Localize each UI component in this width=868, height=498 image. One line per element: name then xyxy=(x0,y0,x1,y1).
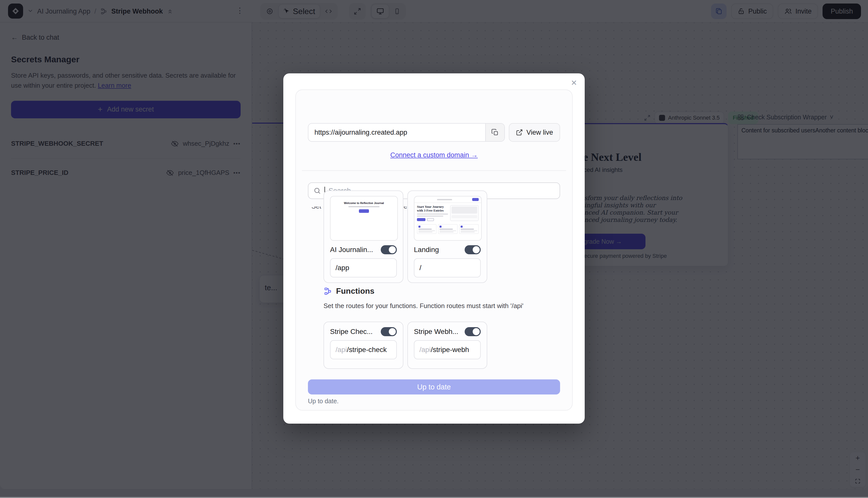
copy-icon xyxy=(491,129,499,136)
page-toggle[interactable] xyxy=(381,245,397,254)
functions-title: Functions xyxy=(336,286,374,296)
app-root: AI Journaling App / Stripe Webhook ⋮ Sel… xyxy=(0,0,868,498)
divider xyxy=(302,170,566,171)
publish-routes-dialog: ✕ https://aijournaling.created.app View … xyxy=(283,74,585,424)
functions-section-header: Functions xyxy=(323,286,374,296)
thumb-bar xyxy=(437,199,452,200)
thumb-hero: Start Your Journey with 3 Free Entries xyxy=(414,203,481,223)
search-icon xyxy=(313,187,321,195)
function-name: Stripe Webh... xyxy=(414,328,458,336)
function-route-input[interactable]: /api/stripe-check xyxy=(330,340,397,359)
function-route-input[interactable]: /api/stripe-webh xyxy=(414,340,481,359)
page-card-landing: Start Your Journey with 3 Free Entries xyxy=(408,191,487,283)
thumb-button xyxy=(417,218,426,221)
thumb-button xyxy=(359,209,369,213)
live-url-text[interactable]: https://aijournaling.created.app xyxy=(308,123,485,141)
copy-url-button[interactable] xyxy=(485,123,504,141)
view-live-button[interactable]: View live xyxy=(509,123,560,142)
page-thumbnail-landing[interactable]: Start Your Journey with 3 Free Entries xyxy=(414,196,482,241)
thumb-button xyxy=(427,218,434,221)
thumb-nav xyxy=(414,196,481,203)
function-card-stripe-webhook: Stripe Webh... /api/stripe-webh xyxy=(408,322,487,369)
live-url-row: https://aijournaling.created.app View li… xyxy=(308,123,560,142)
functions-hint: Set the routes for your functions. Funct… xyxy=(323,302,523,310)
page-thumbnail-app[interactable]: Welcome to Reflective Journal xyxy=(330,196,398,241)
page-toggle[interactable] xyxy=(465,245,481,254)
up-to-date-button[interactable]: Up to date xyxy=(308,379,560,394)
connect-custom-domain-link[interactable]: Connect a custom domain → xyxy=(390,151,478,159)
thumb-bar xyxy=(417,213,448,214)
thumb-content: Welcome to Reflective Journal xyxy=(342,201,386,213)
page-name: Landing xyxy=(414,246,439,254)
functions-icon xyxy=(323,287,332,296)
thumb-button xyxy=(472,198,479,201)
thumb-landing-heading: Start Your Journey with 3 Free Entries xyxy=(417,205,448,212)
page-route-input[interactable]: /app xyxy=(330,258,397,277)
function-card-stripe-checkout: Stripe Chec... /api/stripe-check xyxy=(323,322,403,369)
thumb-bar xyxy=(348,206,379,207)
window-bottom-edge xyxy=(0,497,868,498)
view-live-label: View live xyxy=(526,129,553,136)
function-toggle[interactable] xyxy=(381,327,397,336)
live-url-field: https://aijournaling.created.app xyxy=(308,123,505,142)
page-route-input[interactable]: / xyxy=(414,258,481,277)
thumb-bar xyxy=(417,215,443,217)
function-name: Stripe Chec... xyxy=(330,328,373,336)
close-icon[interactable]: ✕ xyxy=(571,78,577,87)
function-toggle[interactable] xyxy=(465,327,481,336)
thumb-features xyxy=(414,223,481,235)
thumb-app-title: Welcome to Reflective Journal xyxy=(342,201,386,205)
custom-domain-row: Connect a custom domain → xyxy=(296,151,572,159)
page-name: AI Journalin... xyxy=(330,246,373,254)
thumb-quote-card xyxy=(450,205,479,221)
external-link-icon xyxy=(516,129,523,136)
dialog-card: https://aijournaling.created.app View li… xyxy=(295,90,573,410)
up-to-date-status: Up to date. xyxy=(308,397,338,405)
page-card-ai-journaling: Welcome to Reflective Journal AI Journal… xyxy=(323,191,403,283)
